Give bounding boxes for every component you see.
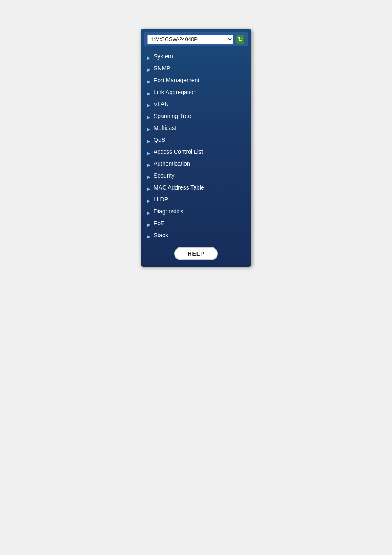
chevron-right-icon: ▶ (147, 138, 151, 142)
menu-item-label: Authentication (154, 160, 190, 168)
menu-item-security[interactable]: ▶Security (141, 170, 251, 182)
menu-item-snmp[interactable]: ▶SNMP (141, 62, 251, 74)
menu-item-vlan[interactable]: ▶VLAN (141, 98, 251, 110)
menu-item-label: SNMP (154, 64, 170, 73)
menu-item-label: Link Aggregation (154, 88, 196, 97)
help-button-container: HELP (141, 247, 251, 260)
menu-item-label: Port Management (154, 76, 199, 85)
chevron-right-icon: ▶ (147, 102, 151, 106)
menu-item-stack[interactable]: ▶Stack (141, 229, 251, 241)
chevron-right-icon: ▶ (147, 210, 151, 214)
menu-item-label: PoE (154, 219, 164, 228)
menu-item-label: Security (154, 171, 175, 180)
chevron-right-icon: ▶ (147, 162, 151, 166)
menu-item-port-management[interactable]: ▶Port Management (141, 74, 251, 86)
nav-panel: 1:M:SGSW-24040P ↻ ▶System▶SNMP▶Port Mana… (141, 29, 251, 267)
menu-item-authentication[interactable]: ▶Authentication (141, 158, 251, 170)
chevron-right-icon: ▶ (147, 79, 151, 83)
device-dropdown[interactable]: 1:M:SGSW-24040P (147, 35, 233, 44)
help-button[interactable]: HELP (174, 247, 217, 260)
chevron-right-icon: ▶ (147, 67, 151, 71)
menu-item-label: Multicast (154, 124, 176, 132)
chevron-right-icon: ▶ (147, 222, 151, 226)
chevron-right-icon: ▶ (147, 90, 151, 95)
menu-item-label: System (154, 52, 173, 61)
menu-item-label: MAC Address Table (154, 183, 204, 192)
refresh-button[interactable]: ↻ (236, 35, 245, 44)
menu-item-multicast[interactable]: ▶Multicast (141, 122, 251, 134)
chevron-right-icon: ▶ (147, 114, 151, 118)
menu-item-spanning-tree[interactable]: ▶Spanning Tree (141, 110, 251, 122)
menu-item-label: VLAN (154, 100, 169, 109)
chevron-right-icon: ▶ (147, 150, 151, 154)
menu-item-acl[interactable]: ▶Access Control List (141, 146, 251, 158)
menu-item-diagnostics[interactable]: ▶Diagnostics (141, 206, 251, 217)
chevron-right-icon: ▶ (147, 174, 151, 178)
menu-item-label: Access Control List (154, 148, 203, 156)
menu-item-label: LLDP (154, 195, 168, 204)
menu-item-system[interactable]: ▶System (141, 51, 251, 62)
menu-item-poe[interactable]: ▶PoE (141, 217, 251, 229)
chevron-right-icon: ▶ (147, 55, 151, 59)
menu-item-label: Stack (154, 231, 168, 240)
main-menu: ▶System▶SNMP▶Port Management▶Link Aggreg… (141, 51, 251, 241)
menu-item-link-aggregation[interactable]: ▶Link Aggregation (141, 86, 251, 98)
chevron-right-icon: ▶ (147, 198, 151, 202)
menu-item-label: Diagnostics (154, 207, 183, 216)
device-selector-bar: 1:M:SGSW-24040P ↻ (144, 32, 248, 46)
menu-item-mac-address-table[interactable]: ▶MAC Address Table (141, 182, 251, 194)
menu-item-label: Spanning Tree (154, 112, 191, 120)
menu-item-qos[interactable]: ▶QoS (141, 134, 251, 146)
menu-item-lldp[interactable]: ▶LLDP (141, 194, 251, 206)
chevron-right-icon: ▶ (147, 234, 151, 238)
chevron-right-icon: ▶ (147, 186, 151, 190)
chevron-right-icon: ▶ (147, 126, 151, 130)
menu-item-label: QoS (154, 136, 165, 144)
